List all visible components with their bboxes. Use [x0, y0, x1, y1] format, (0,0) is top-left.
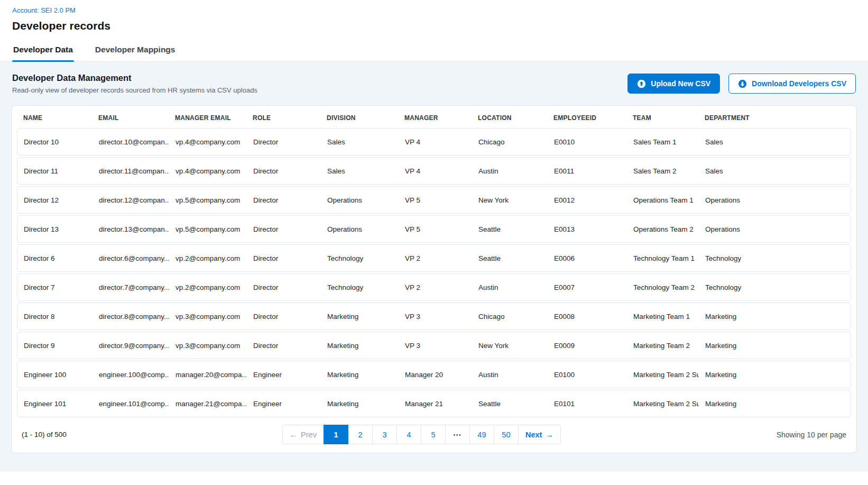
cell-division: Technology [321, 283, 399, 291]
cell-team: Sales Team 1 [627, 138, 699, 146]
prev-page-button[interactable]: ←Prev [282, 425, 324, 444]
cell-manager-email: vp.3@company.com [169, 313, 247, 321]
table-footer: (1 - 10) of 500 ←Prev12345•••4950Next→ S… [12, 419, 856, 453]
cell-name: Director 12 [17, 196, 93, 204]
cell-email: director.12@compan... [93, 196, 169, 204]
cell-department: Operations [699, 225, 851, 233]
page-ellipsis[interactable]: ••• [445, 425, 470, 444]
developer-table-card: NAMEEMAILMANAGER EMAILROLEDIVISIONMANAGE… [11, 105, 857, 453]
tab-developer-data[interactable]: Developer Data [12, 45, 74, 61]
cell-role: Director [247, 167, 321, 175]
cell-division: Marketing [321, 313, 399, 321]
cell-department: Marketing [699, 400, 851, 408]
cell-employeeid: E0013 [548, 225, 627, 233]
table-row: Director 6director.6@company....vp.2@com… [17, 244, 851, 272]
cell-location: New York [472, 342, 548, 350]
cell-manager-email: vp.3@company.com [169, 342, 247, 350]
cell-name: Director 10 [17, 138, 93, 146]
cell-location: Seattle [472, 254, 548, 262]
cell-team: Technology Team 2 [627, 283, 699, 291]
download-button-label: Download Developers CSV [752, 79, 846, 88]
cell-email: director.11@compan... [93, 167, 169, 175]
page-button-50[interactable]: 50 [494, 425, 519, 444]
cell-location: Austin [472, 283, 548, 291]
page-button-4[interactable]: 4 [396, 425, 421, 444]
cell-role: Director [247, 196, 321, 204]
cell-manager-email: vp.2@company.com [169, 283, 247, 291]
arrow-right-icon: → [546, 431, 553, 439]
cell-location: Austin [472, 371, 548, 379]
cell-name: Director 6 [17, 254, 93, 262]
column-header-manager: MANAGER [398, 114, 472, 122]
cell-location: Seattle [472, 225, 548, 233]
cell-manager: VP 3 [399, 342, 472, 350]
download-icon [738, 79, 747, 88]
cell-name: Director 7 [17, 283, 93, 291]
account-breadcrumb-link[interactable]: Account: SEI 2.0 PM [12, 6, 76, 14]
cell-employeeid: E0010 [548, 138, 627, 146]
next-page-button[interactable]: Next→ [518, 425, 561, 444]
cell-manager: VP 2 [399, 254, 472, 262]
cell-name: Engineer 100 [17, 371, 93, 379]
cell-role: Engineer [247, 400, 321, 408]
cell-employeeid: E0007 [548, 283, 627, 291]
pagination: ←Prev12345•••4950Next→ [282, 425, 561, 444]
cell-division: Marketing [321, 371, 399, 379]
column-header-manager-email: MANAGER EMAIL [169, 114, 246, 122]
cell-employeeid: E0008 [548, 313, 627, 321]
tab-developer-mappings[interactable]: Developer Mappings [94, 45, 177, 61]
cell-team: Marketing Team 1 [627, 313, 699, 321]
cell-manager: VP 4 [399, 167, 472, 175]
page-button-49[interactable]: 49 [469, 425, 494, 444]
cell-division: Technology [321, 254, 399, 262]
cell-employeeid: E0100 [548, 371, 627, 379]
page-button-5[interactable]: 5 [421, 425, 446, 444]
cell-team: Technology Team 1 [627, 254, 699, 262]
table-row: Engineer 101engineer.101@comp...manager.… [17, 390, 851, 417]
cell-department: Sales [699, 138, 851, 146]
cell-name: Director 11 [17, 167, 93, 175]
cell-role: Director [247, 313, 321, 321]
cell-location: New York [472, 196, 548, 204]
cell-division: Sales [321, 138, 399, 146]
cell-department: Marketing [699, 371, 851, 379]
upload-new-csv-button[interactable]: Upload New CSV [627, 74, 720, 94]
cell-division: Marketing [321, 342, 399, 350]
cell-email: director.9@company.... [93, 342, 169, 350]
cell-manager-email: vp.4@company.com [169, 138, 247, 146]
upload-button-label: Upload New CSV [651, 79, 710, 88]
cell-division: Operations [321, 225, 399, 233]
cell-email: director.13@compan... [93, 225, 169, 233]
column-header-team: TEAM [626, 114, 698, 122]
section-header-text: Developer Data Management Read-only view… [12, 73, 257, 94]
cell-department: Technology [699, 254, 851, 262]
cell-manager: VP 2 [399, 283, 472, 291]
table-header-row: NAMEEMAILMANAGER EMAILROLEDIVISIONMANAGE… [17, 106, 851, 128]
page-button-3[interactable]: 3 [372, 425, 397, 444]
column-header-department: DEPARTMENT [698, 114, 851, 122]
cell-name: Engineer 101 [17, 400, 93, 408]
cell-employeeid: E0011 [548, 167, 627, 175]
cell-team: Marketing Team 2 Su... [627, 371, 699, 379]
cell-role: Director [247, 254, 321, 262]
cell-team: Sales Team 2 [627, 167, 699, 175]
cell-email: engineer.100@comp... [93, 371, 169, 379]
cell-email: director.10@compan... [93, 138, 169, 146]
cell-division: Operations [321, 196, 399, 204]
cell-name: Director 8 [17, 313, 93, 321]
section-header: Developer Data Management Read-only view… [11, 73, 857, 94]
cell-email: director.6@company.... [93, 254, 169, 262]
column-header-email: EMAIL [92, 114, 169, 122]
page-button-2[interactable]: 2 [348, 425, 373, 444]
download-developers-csv-button[interactable]: Download Developers CSV [728, 74, 856, 94]
cell-team: Operations Team 1 [627, 196, 699, 204]
page-button-1[interactable]: 1 [324, 425, 348, 444]
cell-role: Director [247, 342, 321, 350]
cell-manager-email: vp.2@company.com [169, 254, 247, 262]
cell-role: Director [247, 283, 321, 291]
cell-manager-email: vp.5@company.com [169, 225, 247, 233]
cell-department: Marketing [699, 313, 851, 321]
cell-name: Director 9 [17, 342, 93, 350]
page: Account: SEI 2.0 PM Developer records De… [0, 0, 868, 471]
table-row: Director 11director.11@compan...vp.4@com… [17, 157, 851, 185]
